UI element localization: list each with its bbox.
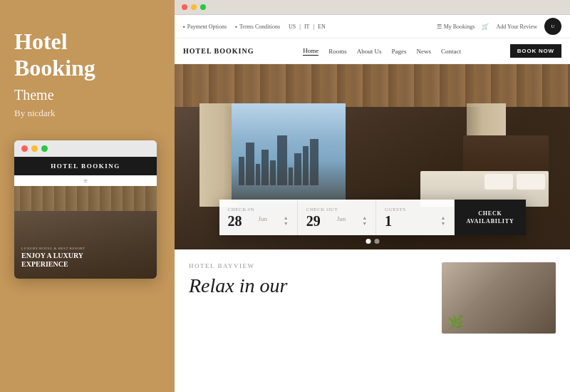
hero-furniture xyxy=(406,135,549,207)
checkout-arrow-up[interactable]: ▲ xyxy=(362,216,367,221)
bookings-icon: ☰ xyxy=(437,24,442,30)
book-now-button[interactable]: BOOK NOW xyxy=(510,44,561,58)
right-panel: ▪ Payment Options ▪ Terms Conditions US … xyxy=(175,0,570,392)
checkin-arrow-up[interactable]: ▲ xyxy=(284,216,289,221)
nav-link-news[interactable]: News xyxy=(417,48,432,55)
checkout-month: Jun xyxy=(337,215,346,222)
building xyxy=(277,135,287,185)
checkout-day: 29 xyxy=(306,214,321,228)
building xyxy=(256,164,260,185)
guests-arrow-down[interactable]: ▼ xyxy=(440,222,445,227)
building xyxy=(261,150,269,185)
checkin-label: CHECK-IN xyxy=(228,207,289,212)
checkin-day: 28 xyxy=(228,214,242,228)
below-heading: Relax in our xyxy=(189,274,428,298)
building xyxy=(270,160,276,185)
my-bookings[interactable]: ☰ My Bookings xyxy=(437,24,475,30)
nav-link-rooms[interactable]: Rooms xyxy=(328,48,347,55)
plant-decoration: 🌿 xyxy=(447,314,463,330)
building xyxy=(303,146,309,185)
browser-dot-green xyxy=(200,4,206,10)
mini-nav: HOTEL BOOKING xyxy=(14,157,157,175)
check-availability-button[interactable]: CHECKAVAILABILITY xyxy=(455,200,525,235)
guests-field[interactable]: GUESTS 1 ▲ ▼ xyxy=(376,200,455,235)
my-bookings-label: My Bookings xyxy=(444,24,475,30)
guests-arrows[interactable]: ▲ ▼ xyxy=(440,216,445,227)
checkout-arrow-down[interactable]: ▼ xyxy=(362,222,367,227)
checkin-field[interactable]: CHECK-IN 28 Jun ▲ ▼ xyxy=(219,200,298,235)
top-bar-right: ☰ My Bookings 🛒 Add Your Review U xyxy=(437,18,561,35)
cart-item[interactable]: 🛒 xyxy=(482,24,489,30)
below-fold-text: HOTEL BAYVIEW Relax in our xyxy=(189,262,428,379)
payment-icon: ▪ xyxy=(183,24,185,30)
guests-label: GUESTS xyxy=(385,207,445,212)
left-subtitle: Theme xyxy=(14,87,54,103)
payment-options-label: Payment Options xyxy=(187,24,227,30)
cart-icon: 🛒 xyxy=(482,24,489,30)
mini-hero-text: LUXURY HOTEL & BEST RESORT ENJOY A LUXUR… xyxy=(21,247,150,269)
building xyxy=(246,143,254,185)
lang-en[interactable]: EN xyxy=(318,24,326,30)
main-nav: HOTEL BOOKING Home Rooms About Us Pages … xyxy=(175,38,570,64)
building xyxy=(239,157,244,185)
mini-browser: HOTEL BOOKING ≡ LUXURY HOTEL & BEST RESO… xyxy=(14,140,157,279)
below-fold-image: 🌿 xyxy=(442,262,556,334)
hero-dot-2[interactable] xyxy=(374,239,379,244)
checkout-field[interactable]: CHECK OUT 29 Jun ▲ ▼ xyxy=(298,200,376,235)
lang-it[interactable]: IT xyxy=(304,24,310,30)
payment-options-item[interactable]: ▪ Payment Options xyxy=(183,24,227,30)
nav-logo: HOTEL BOOKING xyxy=(183,47,254,55)
mini-hero-sub: LUXURY HOTEL & BEST RESORT xyxy=(21,247,150,250)
user-initials: U xyxy=(551,24,554,29)
top-bar-left: ▪ Payment Options ▪ Terms Conditions US … xyxy=(183,24,326,30)
left-panel: HotelBooking Theme By nicdark HOTEL BOOK… xyxy=(0,0,175,392)
nav-link-about[interactable]: About Us xyxy=(357,48,382,55)
guests-count: 1 xyxy=(385,214,392,228)
mini-nav-title: HOTEL BOOKING xyxy=(23,163,148,170)
user-avatar[interactable]: U xyxy=(544,18,561,35)
hotel-name-label: HOTEL BAYVIEW xyxy=(189,262,428,269)
building xyxy=(310,139,318,185)
checkout-arrows[interactable]: ▲ ▼ xyxy=(362,216,367,227)
terms-conditions-label: Terms Conditions xyxy=(239,24,280,30)
nav-link-pages[interactable]: Pages xyxy=(392,48,407,55)
pillow-1 xyxy=(517,174,545,190)
mini-browser-bar xyxy=(14,140,157,157)
guests-arrow-up[interactable]: ▲ xyxy=(440,216,445,221)
nav-links: Home Rooms About Us Pages News Contact xyxy=(303,47,461,56)
terms-icon: ▪ xyxy=(235,24,237,30)
lang-us[interactable]: US xyxy=(289,24,296,30)
dot-yellow xyxy=(31,145,38,152)
hero-window xyxy=(232,103,346,203)
terms-conditions-item[interactable]: ▪ Terms Conditions xyxy=(235,24,280,30)
nav-link-contact[interactable]: Contact xyxy=(441,48,461,55)
dot-green xyxy=(41,145,48,152)
checkin-arrow-down[interactable]: ▼ xyxy=(284,222,289,227)
browser-dot-red xyxy=(182,4,187,10)
add-review-label: Add Your Review xyxy=(496,24,537,30)
checkin-arrows[interactable]: ▲ ▼ xyxy=(284,216,289,227)
hero-section: CHECK-IN 28 Jun ▲ ▼ CHECK OUT 29 Jun xyxy=(175,64,570,249)
checkout-value-row: 29 Jun ▲ ▼ xyxy=(306,214,367,228)
hero-dot-1[interactable] xyxy=(366,239,370,244)
lang-switcher[interactable]: US | IT | EN xyxy=(289,24,326,30)
mini-hero: LUXURY HOTEL & BEST RESORT ENJOY A LUXUR… xyxy=(14,186,157,279)
add-review-item[interactable]: Add Your Review xyxy=(496,24,537,30)
nav-link-home[interactable]: Home xyxy=(303,47,318,56)
hero-dots xyxy=(366,239,379,244)
browser-dot-yellow xyxy=(191,4,197,10)
mini-hamburger: ≡ xyxy=(14,175,157,186)
checkin-value-row: 28 Jun ▲ ▼ xyxy=(228,214,289,228)
building xyxy=(289,167,293,185)
pillow-2 xyxy=(484,174,513,190)
dot-red xyxy=(21,145,28,152)
guests-value-row: 1 ▲ ▼ xyxy=(385,214,445,228)
website: ▪ Payment Options ▪ Terms Conditions US … xyxy=(175,15,570,392)
top-bar: ▪ Payment Options ▪ Terms Conditions US … xyxy=(175,15,570,38)
left-author: By nicdark xyxy=(14,108,55,119)
mini-hero-heading: ENJOY A LUXURYEXPERIENCE xyxy=(21,252,150,269)
checkout-label: CHECK OUT xyxy=(306,207,367,212)
left-title: HotelBooking xyxy=(14,29,95,81)
city-skyline xyxy=(232,135,346,185)
booking-bar: CHECK-IN 28 Jun ▲ ▼ CHECK OUT 29 Jun xyxy=(219,200,526,235)
